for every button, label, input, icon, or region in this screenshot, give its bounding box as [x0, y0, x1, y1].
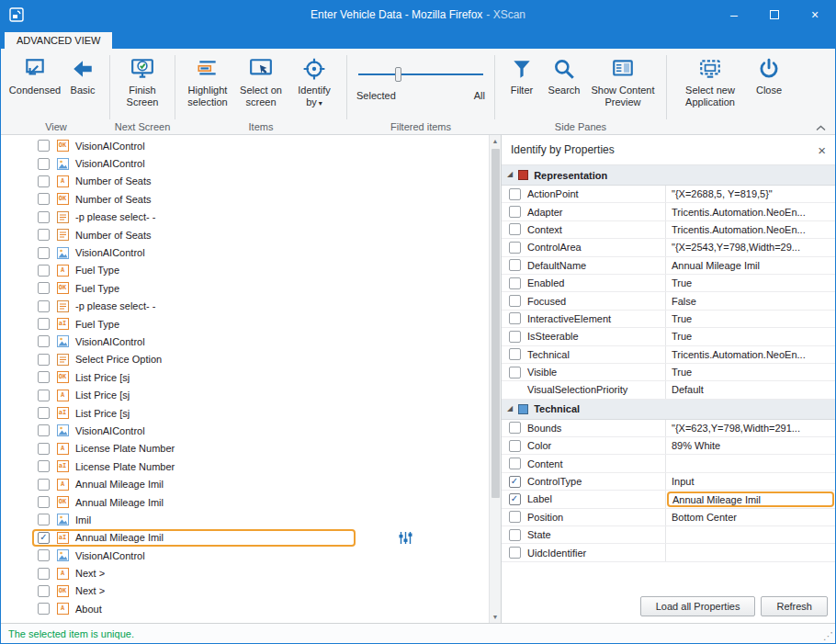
tree-row[interactable]: VisionAIControl	[1, 547, 489, 564]
tree-row[interactable]: Select Price Option	[1, 351, 489, 368]
property-row[interactable]: ControlArea"{X=2543,Y=798,Width=29...	[502, 239, 835, 256]
tree-item-checkbox[interactable]: ✓	[38, 532, 50, 544]
close-button[interactable]: Close	[748, 53, 790, 99]
tree-row[interactable]: AList Price [sj	[1, 386, 489, 403]
property-row[interactable]: ✓LabelAnnual Mileage Imil	[502, 491, 835, 508]
select-new-application-button[interactable]: Select new Application	[672, 53, 748, 111]
tree-row[interactable]: VisionAIControl	[1, 243, 489, 261]
tree-item-checkbox[interactable]	[38, 424, 50, 436]
close-panel-icon[interactable]: ×	[818, 143, 826, 157]
tree-row[interactable]: OKVisionAIControl	[1, 137, 489, 154]
property-checkbox[interactable]	[509, 458, 521, 469]
condensed-button[interactable]: Condensed	[8, 53, 62, 99]
property-checkbox[interactable]	[509, 440, 521, 452]
property-row[interactable]: UidcIdentifier	[502, 544, 835, 561]
tree-item-checkbox[interactable]	[38, 479, 50, 491]
property-row[interactable]: FocusedFalse	[502, 292, 835, 310]
finish-screen-button[interactable]: Finish Screen	[116, 53, 169, 111]
property-row[interactable]: Bounds"{X=623,Y=798,Width=291...	[502, 420, 835, 437]
tree-item-checkbox[interactable]	[38, 603, 50, 615]
property-checkbox[interactable]	[509, 547, 521, 559]
property-row[interactable]: Color89% White	[502, 437, 835, 455]
property-checkbox[interactable]	[509, 529, 521, 541]
property-row[interactable]: AdapterTricentis.Automation.NeoEn...	[502, 203, 835, 220]
tree-row[interactable]: OKList Price [sj	[1, 368, 489, 386]
property-checkbox[interactable]	[509, 367, 521, 378]
tab-advanced-view[interactable]: ADVANCED VIEW	[5, 32, 112, 49]
refresh-button[interactable]: Refresh	[761, 596, 828, 616]
filter-button[interactable]: Filter	[501, 53, 543, 99]
property-row[interactable]: VisualSelectionPriorityDefault	[502, 381, 835, 399]
property-checkbox[interactable]	[509, 331, 521, 343]
property-checkbox[interactable]	[509, 348, 521, 360]
tree-item-checkbox[interactable]	[38, 568, 50, 580]
tree-row[interactable]: OKAnnual Mileage Imil	[1, 493, 489, 511]
tree-row[interactable]: ANumber of Seats	[1, 173, 489, 190]
tree-item-checkbox[interactable]	[38, 175, 50, 187]
tree-item-checkbox[interactable]	[38, 496, 50, 508]
show-content-preview-button[interactable]: Show Content Preview	[585, 53, 661, 111]
tree-item-checkbox[interactable]	[38, 371, 50, 383]
tree-row[interactable]: aIFuel Type	[1, 315, 489, 333]
tree-row[interactable]: OKNumber of Seats	[1, 190, 489, 208]
tree-row[interactable]: VisionAIControl	[1, 154, 489, 172]
property-checkbox[interactable]	[509, 188, 521, 200]
tree-row[interactable]: AAbout	[1, 600, 489, 617]
tree-item-checkbox[interactable]	[38, 158, 50, 170]
tree-item-checkbox[interactable]	[38, 549, 50, 561]
tree-item-checkbox[interactable]	[38, 282, 50, 294]
tree-row[interactable]: ✓aIAnnual Mileage Imil	[1, 529, 489, 547]
tree-item-checkbox[interactable]	[38, 585, 50, 597]
tree-item-checkbox[interactable]	[38, 335, 50, 347]
tree-item-checkbox[interactable]	[38, 407, 50, 419]
property-row[interactable]: ✓ControlTypeInput	[502, 473, 835, 491]
tree-item-checkbox[interactable]	[38, 300, 50, 312]
tree-row[interactable]: AAnnual Mileage Imil	[1, 475, 489, 492]
tree-row[interactable]: OKFuel Type	[1, 279, 489, 297]
property-row[interactable]: TechnicalTricentis.Automation.NeoEn...	[502, 346, 835, 364]
tree-row[interactable]: aILicense Plate Number	[1, 458, 489, 475]
identify-by-button[interactable]: Identify by▾	[288, 53, 341, 111]
property-section-technical[interactable]: ◢Technical	[502, 400, 835, 420]
tree-row[interactable]: OKNext >	[1, 582, 489, 600]
maximize-button[interactable]	[754, 1, 795, 28]
tree-scrollbar[interactable]: ▲ ▼	[489, 135, 501, 623]
select-on-screen-button[interactable]: Select on screen	[234, 53, 288, 111]
property-row[interactable]: State	[502, 526, 835, 544]
tree-item-checkbox[interactable]	[38, 443, 50, 455]
section-expander-icon[interactable]: ◢	[507, 404, 513, 412]
search-button[interactable]: Search	[543, 53, 585, 99]
property-row[interactable]: EnabledTrue	[502, 275, 835, 292]
tree-row[interactable]: -p please select- -	[1, 209, 489, 226]
tree-row[interactable]: AFuel Type	[1, 262, 489, 279]
property-checkbox[interactable]: ✓	[509, 476, 521, 488]
property-checkbox[interactable]	[509, 312, 521, 324]
filtered-items-slider[interactable]	[356, 66, 485, 83]
tree-row[interactable]: ALicense Plate Number	[1, 440, 489, 458]
property-checkbox[interactable]	[509, 242, 521, 254]
tree-row[interactable]: ANext >	[1, 564, 489, 582]
tree-item-checkbox[interactable]	[38, 247, 50, 259]
property-checkbox[interactable]	[509, 277, 521, 289]
property-row[interactable]: ActionPoint"{X=2688,5, Y=819,5}"	[502, 186, 835, 203]
basic-button[interactable]: Basic	[62, 53, 104, 99]
property-checkbox[interactable]	[509, 511, 521, 523]
tree-item-checkbox[interactable]	[38, 211, 50, 223]
tree-item-checkbox[interactable]	[38, 193, 50, 205]
property-row[interactable]: InteractiveElementTrue	[502, 311, 835, 328]
property-section-representation[interactable]: ◢Representation	[502, 165, 835, 186]
property-checkbox[interactable]	[509, 295, 521, 307]
load-all-properties-button[interactable]: Load all Properties	[640, 596, 756, 616]
tree-item-checkbox[interactable]	[38, 140, 50, 152]
tree-item-checkbox[interactable]	[38, 265, 50, 277]
scroll-down-icon[interactable]: ▼	[492, 611, 499, 623]
slider-handle[interactable]	[395, 67, 401, 82]
tree-row[interactable]: aIList Price [sj	[1, 404, 489, 422]
property-row[interactable]: IsSteerableTrue	[502, 328, 835, 345]
minimize-button[interactable]: –	[714, 1, 754, 28]
adjust-sliders-icon[interactable]	[398, 531, 413, 545]
tree-item-checkbox[interactable]	[38, 229, 50, 241]
tree-row[interactable]: VisionAIControl	[1, 333, 489, 350]
tree-row[interactable]: Number of Seats	[1, 226, 489, 243]
property-row[interactable]: DefaultNameAnnual Mileage Imil	[502, 257, 835, 275]
